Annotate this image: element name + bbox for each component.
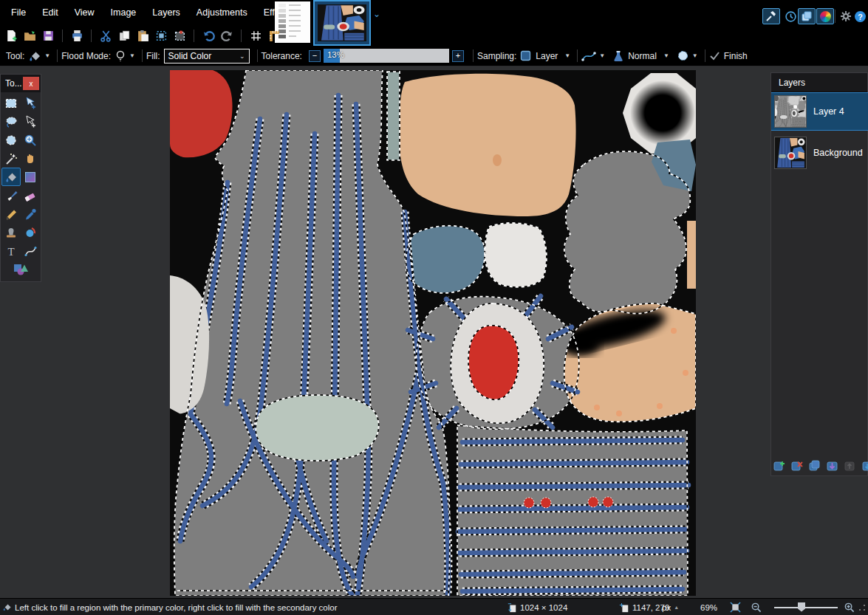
move-layer-down-button[interactable]	[861, 458, 868, 473]
finish-check-icon[interactable]	[709, 51, 720, 61]
menu-edit[interactable]: Edit	[34, 0, 66, 26]
menu-image[interactable]: Image	[103, 0, 145, 26]
add-layer-button[interactable]	[772, 458, 787, 473]
print-button[interactable]	[69, 28, 85, 44]
antialiasing-icon[interactable]	[677, 49, 689, 62]
copy-button[interactable]	[116, 28, 132, 44]
finish-label[interactable]: Finish	[724, 51, 748, 61]
help-button[interactable]: ?	[851, 8, 868, 24]
open-button[interactable]	[21, 28, 38, 44]
zoom-in-button[interactable]	[844, 599, 855, 615]
tool-rectangle-select[interactable]	[1, 94, 21, 112]
redo-button[interactable]	[219, 28, 235, 44]
menu-layers[interactable]: Layers	[144, 0, 188, 26]
tool-pan[interactable]	[21, 149, 40, 168]
undo-button[interactable]	[200, 28, 216, 44]
colors-window-toggle[interactable]	[816, 8, 834, 24]
zoom-fit-button[interactable]	[730, 599, 741, 615]
tool-lasso-select[interactable]	[1, 112, 21, 131]
tool-magic-wand[interactable]	[1, 149, 21, 168]
blend-mode-value[interactable]: Normal	[628, 51, 657, 61]
curve-quality-icon[interactable]	[581, 50, 596, 62]
tab-active-texture-image[interactable]	[313, 0, 371, 46]
tool-zoom[interactable]	[21, 131, 40, 149]
duplicate-layer-icon	[808, 459, 821, 473]
tool-eraser[interactable]	[21, 186, 40, 205]
crop-button[interactable]	[153, 28, 169, 44]
new-button[interactable]	[3, 28, 19, 44]
menu-view[interactable]: View	[66, 0, 103, 26]
canvas[interactable]	[170, 70, 696, 596]
new-file-icon	[5, 30, 18, 42]
flood-mode-bulb-icon[interactable]	[115, 49, 126, 63]
zoom-slider-track[interactable]	[774, 607, 838, 608]
toolbar-separator	[241, 30, 242, 42]
tool-ellipse-select[interactable]	[1, 131, 21, 149]
antialiasing-caret[interactable]: ▼	[692, 52, 698, 59]
layer-row-layer4[interactable]: Layer 4	[771, 92, 868, 131]
tool-color-picker[interactable]	[21, 205, 40, 223]
tolerance-increase-button[interactable]: +	[452, 50, 464, 62]
zoom-slider[interactable]	[774, 599, 838, 615]
deselect-button[interactable]	[171, 28, 188, 44]
tool-gradient[interactable]	[21, 168, 40, 186]
tolerance-label: Tolerance:	[262, 51, 302, 61]
tool-text[interactable]: T	[1, 241, 21, 260]
sampling-value[interactable]: Layer	[536, 51, 558, 61]
tool-clone-stamp[interactable]	[1, 223, 21, 241]
menu-file[interactable]: File	[3, 0, 34, 26]
save-icon	[42, 30, 55, 42]
zoom-slider-thumb[interactable]	[798, 602, 805, 612]
paste-icon	[137, 30, 149, 42]
grid-button[interactable]	[247, 28, 264, 44]
tool-paintbrush[interactable]	[1, 186, 21, 205]
fill-select-value: Solid Color	[168, 51, 212, 61]
tolerance-decrease-button[interactable]: −	[309, 50, 321, 62]
status-bucket-icon	[2, 602, 12, 612]
resize-grip[interactable]	[858, 599, 866, 615]
paste-button[interactable]	[134, 28, 151, 44]
tool-paint-bucket[interactable]	[1, 168, 21, 186]
sampling-layer-icon	[520, 50, 531, 61]
quick-actions-separator	[835, 10, 835, 23]
fill-select[interactable]: Solid Color ⌄	[164, 49, 250, 63]
tools-window-toggle[interactable]	[762, 8, 780, 24]
paint-bucket-icon[interactable]	[28, 49, 41, 63]
tool-pencil[interactable]	[1, 205, 21, 223]
move-layer-up-button[interactable]	[843, 458, 858, 473]
tool-shapes[interactable]	[11, 260, 30, 278]
menu-adjustments[interactable]: Adjustments	[188, 0, 256, 26]
unit-selector[interactable]: px ▲	[662, 599, 679, 615]
layers-window-toggle[interactable]	[798, 8, 816, 24]
tools-grid: T	[1, 92, 41, 281]
tool-line-curve[interactable]	[21, 241, 40, 260]
tolerance-slider[interactable]: 13%	[324, 49, 449, 63]
tool-dropdown-caret[interactable]: ▼	[44, 52, 50, 59]
merge-layer-down-button[interactable]	[825, 458, 840, 473]
curve-quality-caret[interactable]: ▼	[599, 52, 605, 59]
save-button[interactable]	[40, 28, 56, 44]
delete-layer-icon	[790, 459, 804, 473]
ruler-button[interactable]	[266, 28, 282, 44]
zoom-level-value: 69%	[700, 603, 717, 612]
tool-recolor[interactable]	[21, 223, 40, 241]
tools-window-titlebar[interactable]: To... x	[1, 75, 41, 92]
delete-layer-button[interactable]	[790, 458, 804, 473]
sampling-label: Sampling:	[477, 51, 516, 61]
tool-move-selected-pixels[interactable]	[21, 94, 40, 112]
image-list-chevron-icon[interactable]: ⌄	[373, 9, 380, 19]
tools-window-close-button[interactable]: x	[23, 77, 39, 90]
history-window-toggle[interactable]	[782, 8, 799, 24]
tools-window-title: To...	[5, 78, 22, 89]
zoom-out-button[interactable]	[751, 599, 762, 615]
blend-mode-caret[interactable]: ▼	[663, 52, 669, 59]
sampling-caret[interactable]: ▼	[564, 52, 570, 59]
cut-button[interactable]	[98, 28, 114, 44]
duplicate-layer-button[interactable]	[807, 458, 822, 473]
tool-move-selection[interactable]	[21, 112, 40, 131]
flood-mode-caret[interactable]: ▼	[129, 52, 135, 59]
tool-label: Tool:	[6, 51, 24, 61]
layers-window-title: Layers	[771, 73, 867, 92]
status-hint-segment: Left click to fill a region with the pri…	[2, 599, 338, 615]
layer-row-background[interactable]: Background	[771, 134, 868, 172]
